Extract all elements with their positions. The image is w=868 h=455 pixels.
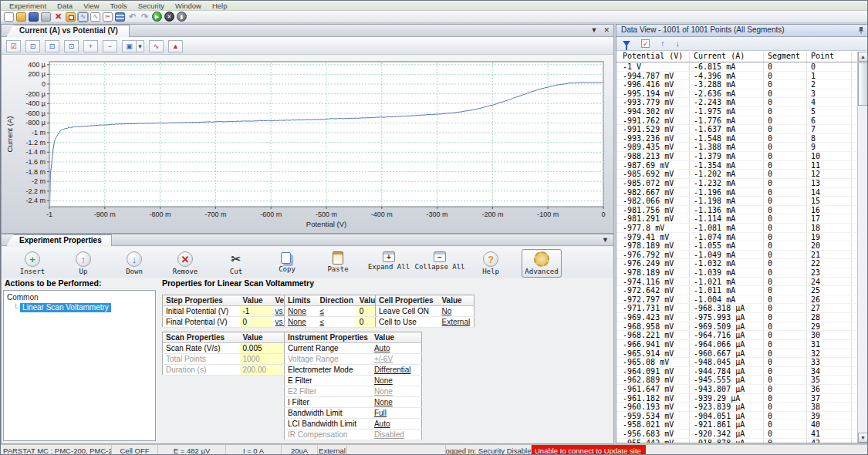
data-row-23[interactable]: -978.189 mV-1.039 mA023 [616, 268, 857, 278]
data-row-12[interactable]: -985.692 mV-1.202 mA012 [616, 170, 857, 179]
step-cell-initial-potential-v-1[interactable]: -1 [240, 306, 272, 317]
filter-icon[interactable] [623, 41, 630, 46]
data-row-6[interactable]: -991.762 mV-1.776 mA06 [616, 116, 857, 126]
data-row-10[interactable]: -988.213 mV-1.379 mA010 [616, 152, 857, 161]
limits-cell-none-1[interactable]: ≤ [317, 317, 356, 328]
data-row-21[interactable]: -976.792 mV-1.049 mA021 [616, 251, 857, 260]
down-button[interactable]: ↓Down [114, 249, 154, 278]
data-row-39[interactable]: -959.534 mV-904.051 µA039 [616, 412, 857, 421]
advanced-button[interactable]: Advanced [522, 249, 562, 278]
cell-cell-cell-to-use-1[interactable]: External [439, 317, 475, 328]
data-row-3[interactable]: -995.194 mV-2.636 mA03 [616, 89, 857, 99]
data-row-25[interactable]: -972.642 mV-1.011 mA025 [616, 286, 857, 295]
menu-item-data[interactable]: Data [52, 2, 78, 10]
overlay-view-icon[interactable]: ∿ [90, 12, 100, 22]
data-row-29[interactable]: -968.958 mV-969.509 µA029 [616, 322, 857, 332]
tree-item-linear-scan-voltammetry[interactable]: Linear Scan Voltammetry [20, 303, 111, 312]
zoom-box-2-icon[interactable]: ⊡ [45, 40, 59, 52]
data-row-24[interactable]: -974.116 mV-1.021 mA024 [616, 278, 857, 287]
insert-button[interactable]: +Insert [12, 249, 52, 278]
data-row-5[interactable]: -994.302 mV-1.975 mA05 [616, 107, 857, 116]
move-to-top-icon[interactable]: ↑ [660, 39, 665, 48]
zoom-in-icon[interactable]: + [83, 40, 98, 52]
instrument-cell-bandwidth-limit-1[interactable]: Full [371, 408, 422, 419]
data-row-7[interactable]: -991.529 mV-1.637 mA07 [616, 125, 857, 134]
data-row-2[interactable]: -996.416 mV-3.288 mA02 [616, 80, 857, 89]
data-row-22[interactable]: -976.249 mV-1.032 mA022 [616, 259, 857, 268]
scan-cell-total-points-1[interactable]: 1000 [240, 354, 285, 365]
data-table-scrollbar[interactable]: ▲ ▼ [857, 52, 868, 443]
data-row-40[interactable]: -958.021 mV-921.861 µA040 [616, 420, 857, 430]
remove-button[interactable]: ✕Remove [165, 249, 205, 278]
data-row-35[interactable]: -962.889 mV-945.555 µA035 [616, 376, 857, 385]
menu-item-help[interactable]: Help [207, 2, 233, 10]
copy-plot-dropdown-icon[interactable]: ▾ [137, 40, 144, 52]
zoom-box-3-icon[interactable]: ⊡ [64, 40, 79, 52]
instrument-cell-voltage-range-1[interactable]: +/-6V [371, 354, 422, 365]
copy-button[interactable]: Copy [267, 249, 307, 275]
column-header-potential-v[interactable]: Potential (V) [623, 52, 683, 60]
pause-icon[interactable]: ▮ [177, 12, 187, 22]
scan-cell-duration-s-1[interactable]: 200.00 [240, 365, 285, 376]
properties-collapse-icon[interactable]: ▼ [602, 236, 609, 244]
menu-item-security[interactable]: Security [133, 2, 170, 10]
instrument-cell-lci-bandwidth-limit-1[interactable]: Auto [371, 419, 422, 430]
data-row-26[interactable]: -972.797 mV-1.004 mA026 [616, 295, 857, 305]
menu-item-view[interactable]: View [78, 2, 104, 10]
export-folder-icon[interactable] [66, 12, 76, 22]
expand-all-button[interactable]: +Expand All [369, 249, 409, 273]
stop-icon[interactable]: ✕ [164, 12, 174, 22]
redo-arrow-icon[interactable]: ↷ [140, 12, 150, 22]
limits-cell-none-1[interactable]: ≤ [317, 306, 356, 317]
chart-tab[interactable]: Current (A) vs Potential (V) [6, 25, 130, 37]
trace-select-icon[interactable]: ∿ [149, 40, 164, 52]
scan-cell-scan-rate-v-s-1[interactable]: 0.005 [240, 343, 285, 354]
menu-item-tools[interactable]: Tools [105, 2, 133, 10]
scroll-down-icon[interactable]: ▼ [858, 433, 868, 443]
peak-find-icon[interactable]: ▲ [168, 40, 183, 52]
column-header-current-a[interactable]: Current (A) [694, 52, 745, 60]
instrument-cell-e2-filter-1[interactable]: None [371, 386, 422, 397]
data-row-27[interactable]: -971.731 mV-968.318 µA027 [616, 304, 857, 313]
tree-item-common[interactable]: Common [7, 293, 155, 302]
instrument-cell-ir-compensation-1[interactable]: Disabled [371, 430, 422, 440]
step-cell-final-potential-v-1[interactable]: 0 [240, 317, 272, 328]
data-row-16[interactable]: -981.756 mV-1.136 mA016 [616, 206, 857, 215]
data-row-8[interactable]: -993.236 mV-1.548 mA08 [616, 134, 857, 143]
zoom-box-1-icon[interactable]: ⊡ [25, 40, 40, 52]
move-to-bottom-icon[interactable]: ↓ [676, 39, 681, 48]
data-row-33[interactable]: -965.08 mV-948.045 µA033 [616, 358, 857, 367]
data-row-15[interactable]: -982.066 mV-1.198 mA015 [616, 197, 857, 206]
data-row-1[interactable]: -994.787 mV-4.396 mA01 [616, 72, 857, 81]
data-row-37[interactable]: -961.182 mV-939.29 µA037 [616, 394, 857, 403]
menu-item-experiment[interactable]: Experiment [4, 2, 52, 10]
chart[interactable]: -1-900 m-800 m-700 m-600 m-500 m-400 m-3… [3, 56, 613, 231]
data-row-14[interactable]: -982.667 mV-1.196 mA014 [616, 188, 857, 197]
data-row-41[interactable]: -956.683 mV-920.342 µA041 [616, 430, 857, 439]
select-points-icon[interactable]: ✓ [641, 39, 650, 48]
graph-view-icon[interactable]: ∿ [78, 12, 88, 22]
instrument-cell-e-filter-1[interactable]: None [371, 376, 422, 386]
delete-icon[interactable]: ✕ [53, 12, 63, 22]
data-row-19[interactable]: -979.41 mV-1.074 mA019 [616, 233, 857, 242]
data-row-31[interactable]: -966.941 mV-964.066 µA031 [616, 340, 857, 349]
data-row-34[interactable]: -964.091 mV-944.784 µA034 [616, 367, 857, 376]
data-row-30[interactable]: -968.221 mV-964.716 µA030 [616, 331, 857, 340]
data-row-4[interactable]: -993.779 mV-2.243 mA04 [616, 98, 857, 107]
instrument-cell-electrometer-mode-1[interactable]: Differential [371, 365, 422, 376]
cut-button[interactable]: ✂Cut [216, 249, 256, 278]
tab-experiment-properties[interactable]: Experiment Properties [6, 234, 112, 246]
undo-arrow-icon[interactable]: ↶ [127, 12, 137, 22]
new-document-icon[interactable] [4, 12, 14, 22]
data-row-42[interactable]: -955.442 mV-918.878 µA042 [616, 439, 857, 443]
data-row-32[interactable]: -965.914 mV-960.667 µA032 [616, 349, 857, 359]
up-button[interactable]: ↑Up [63, 249, 103, 278]
data-list-view-icon[interactable] [115, 12, 125, 22]
edit-plot-icon[interactable]: ☑ [6, 40, 21, 52]
graph-edit-icon[interactable]: ✂ [103, 12, 113, 22]
copy-plot-icon[interactable]: ▣ [122, 40, 137, 52]
zoom-out-icon[interactable]: − [103, 40, 117, 52]
column-header-segment[interactable]: Segment [768, 52, 800, 60]
data-row-38[interactable]: -960.193 mV-923.839 µA038 [616, 403, 857, 412]
data-row-11[interactable]: -987.69 mV-1.354 mA011 [616, 161, 857, 170]
